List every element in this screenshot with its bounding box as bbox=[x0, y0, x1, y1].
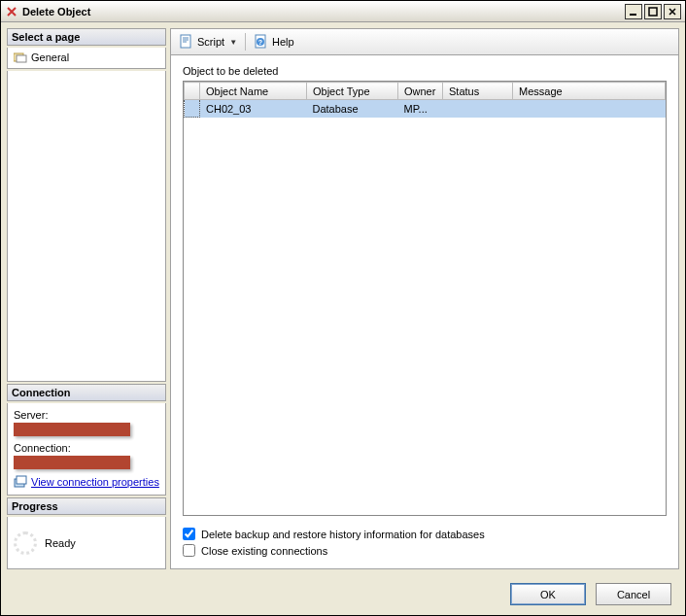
delete-backup-label: Delete backup and restore history inform… bbox=[201, 529, 485, 540]
script-button[interactable]: Script ▼ bbox=[175, 32, 241, 51]
grid-header-row: Object Name Object Type Owner Status Mes… bbox=[185, 83, 666, 100]
col-object-name[interactable]: Object Name bbox=[200, 83, 307, 100]
delete-backup-checkbox[interactable] bbox=[183, 528, 195, 540]
progress-header: Progress bbox=[7, 497, 166, 515]
objects-grid: Object Name Object Type Owner Status Mes… bbox=[184, 82, 666, 118]
grid-caption: Object to be deleted bbox=[183, 65, 667, 77]
titlebar: Delete Object bbox=[1, 1, 685, 22]
server-label: Server: bbox=[14, 409, 159, 421]
options: Delete backup and restore history inform… bbox=[183, 526, 667, 559]
page-label: General bbox=[31, 51, 69, 63]
connection-section: Server: Connection: View connection prop… bbox=[7, 403, 166, 496]
svg-rect-0 bbox=[630, 14, 636, 16]
minimize-button[interactable] bbox=[625, 4, 642, 19]
cell-object-type: Database bbox=[307, 100, 398, 118]
delete-object-dialog: Delete Object Select a page General Conn… bbox=[0, 0, 686, 616]
cell-status bbox=[443, 100, 513, 118]
table-row[interactable]: CH02_03 Database MP... bbox=[185, 100, 666, 118]
help-icon: ? bbox=[254, 34, 269, 50]
row-selector[interactable] bbox=[185, 100, 200, 118]
close-connections-option[interactable]: Close existing connections bbox=[183, 542, 667, 559]
page-icon bbox=[14, 51, 27, 63]
cancel-button[interactable]: Cancel bbox=[596, 583, 671, 605]
properties-icon bbox=[14, 475, 27, 489]
main-panel: Script ▼ ? Help Object to be deleted bbox=[170, 28, 679, 569]
close-button[interactable] bbox=[664, 4, 681, 19]
sidebar: Select a page General Connection Server:… bbox=[7, 28, 166, 569]
cell-owner: MP... bbox=[398, 100, 443, 118]
chevron-down-icon: ▼ bbox=[229, 38, 237, 47]
svg-rect-1 bbox=[649, 8, 657, 16]
select-page-header: Select a page bbox=[7, 28, 166, 46]
help-button[interactable]: ? Help bbox=[250, 32, 298, 51]
script-label: Script bbox=[197, 36, 224, 48]
close-connections-label: Close existing connections bbox=[201, 545, 327, 557]
svg-rect-3 bbox=[17, 55, 26, 62]
dialog-footer: OK Cancel bbox=[1, 575, 685, 615]
help-label: Help bbox=[272, 36, 294, 48]
ok-button[interactable]: OK bbox=[510, 583, 586, 605]
connection-value-redacted bbox=[14, 456, 130, 469]
progress-spinner-icon bbox=[14, 531, 37, 555]
toolbar-separator bbox=[245, 33, 246, 51]
server-value-redacted bbox=[14, 423, 130, 436]
svg-text:?: ? bbox=[258, 39, 262, 46]
col-object-type[interactable]: Object Type bbox=[307, 83, 398, 100]
svg-rect-5 bbox=[17, 476, 26, 484]
toolbar: Script ▼ ? Help bbox=[170, 28, 679, 55]
progress-section: Ready bbox=[7, 517, 166, 569]
row-header-corner bbox=[185, 83, 200, 100]
window-title: Delete Object bbox=[22, 6, 625, 17]
script-icon bbox=[179, 34, 194, 50]
cell-message bbox=[513, 100, 666, 118]
progress-status: Ready bbox=[45, 537, 76, 549]
close-connections-checkbox[interactable] bbox=[183, 544, 195, 557]
maximize-button[interactable] bbox=[644, 4, 662, 19]
delete-backup-option[interactable]: Delete backup and restore history inform… bbox=[183, 526, 667, 542]
cell-object-name: CH02_03 bbox=[200, 100, 307, 118]
view-connection-properties-link[interactable]: View connection properties bbox=[31, 476, 159, 488]
connection-header: Connection bbox=[7, 384, 166, 401]
col-owner[interactable]: Owner bbox=[398, 83, 443, 100]
connection-label: Connection: bbox=[14, 442, 159, 454]
col-message[interactable]: Message bbox=[513, 83, 666, 100]
delete-icon bbox=[5, 5, 18, 18]
page-general[interactable]: General bbox=[12, 51, 161, 64]
col-status[interactable]: Status bbox=[443, 83, 513, 100]
